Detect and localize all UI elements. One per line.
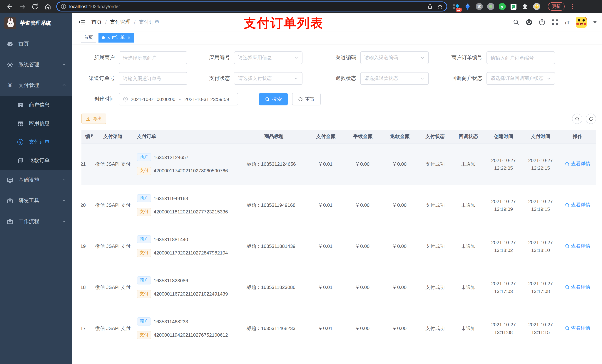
sidebar-item-system[interactable]: 系统管理 (0, 54, 72, 75)
share-icon[interactable] (427, 4, 433, 9)
column-header-created: 创建时间 (485, 130, 522, 144)
browser-menu-icon[interactable] (572, 4, 573, 9)
sidebar-item-infra[interactable]: 基础设施 (0, 170, 72, 190)
refresh-table-button[interactable] (586, 114, 596, 124)
table-toolbar: 导出 (81, 114, 596, 124)
page-content: 所属商户 应用编号 请选择应用信息 渠道编码 请输入渠道编码 商户订单编号 (72, 44, 602, 364)
sidebar-item-payment[interactable]: ¥ 支付管理 (0, 75, 72, 96)
site-info-icon[interactable] (61, 4, 66, 9)
sidebar-item-home[interactable]: 首页 (0, 34, 72, 54)
merchant-badge: 商户 (137, 194, 151, 202)
tab-home[interactable]: 首页 (81, 33, 96, 42)
app-select[interactable]: 请选择应用信息 (234, 52, 302, 64)
date-start[interactable]: 2021-10-01 00:00:00 (131, 96, 175, 102)
channel-order-input[interactable] (119, 72, 187, 85)
table-row: 18 微信 JSAPI 支付 商户 1635311823086 支付 42000… (81, 267, 596, 308)
font-size-icon[interactable]: TT (564, 19, 570, 25)
view-detail-link[interactable]: 查看详情 (565, 325, 590, 332)
search-button[interactable]: 搜索 (259, 93, 288, 105)
date-end[interactable]: 2021-10-31 23:59:59 (184, 96, 229, 102)
view-detail-link[interactable]: 查看详情 (565, 284, 590, 291)
command-extension-icon[interactable]: ⌘ (475, 3, 483, 10)
fullscreen-icon[interactable] (551, 19, 558, 26)
browser-toolbar: localhost:1024/pay/order 10 ⌘ y (0, 0, 602, 13)
created-time: 2021-10-2713:11:08 (485, 308, 522, 349)
merchant-input-field[interactable] (123, 55, 183, 61)
sidebar-item-workflow[interactable]: 工作流程 (0, 211, 72, 232)
utools-extension-icon[interactable]: 10 (452, 3, 460, 10)
export-button[interactable]: 导出 (81, 114, 106, 124)
table-row: 20 微信 JSAPI 支付 商户 1635311949168 支付 42000… (81, 185, 596, 226)
table-row: 19 微信 JSAPI 支付 商户 1635311881440 支付 42000… (81, 226, 596, 267)
merchant-badge: 商户 (137, 235, 151, 243)
view-detail-link[interactable]: 查看详情 (565, 243, 590, 250)
pay-amount: ¥ 0.01 (307, 308, 344, 349)
refund-amount: ¥ 0.00 (381, 185, 418, 226)
user-avatar[interactable] (576, 17, 587, 28)
action-cell: 查看详情 (559, 144, 596, 185)
bookmark-star-icon[interactable] (437, 4, 443, 9)
merchant-order-no: 1635312124657 (154, 155, 188, 160)
pay-channel: 微信 JSAPI 支付 (93, 308, 133, 349)
pay-order-cell: 商户 1635311823086 支付 42000011672021102710… (133, 267, 241, 308)
filter-row-2: 渠道订单号 支付状态 请选择支付状态 退款状态 请选择退款状态 回调商户状态 请… (81, 72, 596, 85)
pay-status: 支付成功 (418, 267, 452, 308)
app-logo[interactable]: 芋道管理系统 (0, 13, 72, 34)
sidebar-item-merchant-info[interactable]: 商户信息 (0, 96, 72, 114)
reset-button[interactable]: 重置 (292, 93, 321, 105)
pay-badge: 支付 (137, 208, 151, 216)
breadcrumb-payment[interactable]: 支付管理 (110, 19, 131, 26)
tab-pay-order[interactable]: 支付订单 (98, 33, 134, 42)
action-cell: 查看详情 (559, 308, 596, 349)
view-detail-link[interactable]: 查看详情 (565, 161, 590, 167)
address-bar[interactable]: localhost:1024/pay/order (56, 1, 447, 11)
collapse-sidebar-icon[interactable] (78, 19, 86, 26)
notify-status: 未通知 (452, 144, 485, 185)
table-row: 17 微信 JSAPI 支付 商户 1635311468233 支付 42000… (81, 308, 596, 349)
browser-update-button[interactable]: 更新 (548, 2, 565, 11)
header-search-icon[interactable] (513, 19, 519, 26)
chat-extension-icon[interactable] (510, 3, 517, 10)
sidebar-item-devtool[interactable]: 研发工具 (0, 190, 72, 211)
yuque-extension-icon[interactable]: y (498, 3, 506, 10)
channel-order-no: 4200001167202110271022491439 (154, 291, 228, 297)
chevron-down-icon (62, 62, 66, 68)
channel-code-select[interactable]: 请输入渠道编码 (360, 52, 429, 64)
emoji-profile-icon[interactable] (533, 3, 540, 10)
refund-status-select[interactable]: 请选择退款状态 (360, 72, 429, 85)
sidebar-item-app-info[interactable]: 应用信息 (0, 114, 72, 133)
chevron-down-icon (294, 55, 298, 60)
pay-status-select[interactable]: 请选择支付状态 (234, 72, 302, 85)
pay-amount: ¥ 0.01 (307, 226, 344, 267)
chevron-down-icon (547, 76, 551, 81)
notify-status-select[interactable]: 请选择订单回调商户状态 (486, 72, 555, 85)
browser-back-icon[interactable] (6, 3, 14, 10)
search-icon (575, 116, 580, 121)
merchant-order-input-field[interactable] (491, 55, 551, 61)
channel-order-input-field[interactable] (123, 76, 183, 81)
pay-badge: 支付 (137, 249, 151, 257)
help-icon[interactable] (538, 19, 545, 26)
sidebar-item-pay-order[interactable]: ¥ 支付订单 (0, 133, 72, 151)
puzzle-extensions-icon[interactable] (521, 3, 529, 10)
column-header-notify-status: 回调状态 (452, 130, 485, 144)
sidebar-item-refund-order[interactable]: 退款订单 (0, 151, 72, 170)
github-icon[interactable] (526, 19, 532, 26)
avatar-dropdown-caret[interactable] (593, 21, 597, 23)
browser-home-icon[interactable] (44, 3, 52, 10)
breadcrumb-home[interactable]: 首页 (91, 19, 102, 26)
merchant-order-no: 1635311949168 (154, 196, 188, 201)
close-tab-icon[interactable] (127, 35, 131, 40)
toggle-search-button[interactable] (572, 114, 582, 124)
chevron-down-icon (420, 76, 425, 81)
browser-reload-icon[interactable] (32, 3, 39, 10)
drawio-extension-icon[interactable] (464, 3, 471, 10)
pay-status: 支付成功 (418, 226, 452, 267)
recorder-extension-icon[interactable] (487, 3, 494, 10)
order-id: 18 (81, 267, 93, 308)
browser-forward-icon[interactable] (19, 3, 26, 10)
merchant-input[interactable] (119, 52, 187, 64)
merchant-order-input[interactable] (486, 52, 555, 64)
view-detail-link[interactable]: 查看详情 (565, 202, 590, 208)
create-time-range-picker[interactable]: 2021-10-01 00:00:00 - 2021-10-31 23:59:5… (119, 93, 238, 105)
